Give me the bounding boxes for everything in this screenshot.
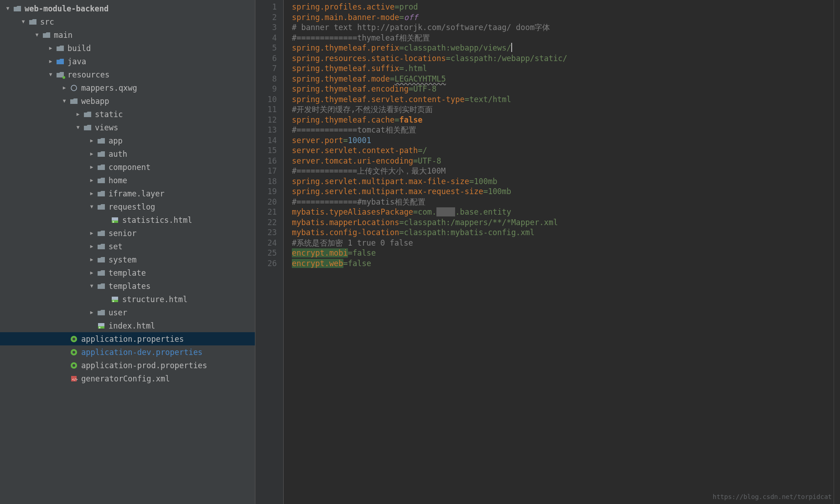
tree-item-system[interactable]: ▶system	[0, 253, 255, 266]
code-line: #=============thymeleaf相关配置	[292, 33, 834, 43]
tree-item-senior[interactable]: ▶senior	[0, 226, 255, 240]
tree-item-views[interactable]: ▼views	[0, 121, 255, 134]
svg-text:H: H	[113, 220, 114, 223]
code-line: spring.thymeleaf.mode=LEGACYHTML5	[292, 74, 834, 84]
chevron-right-icon: ▶	[88, 190, 95, 196]
module-icon	[13, 5, 22, 12]
html-file-icon: H	[110, 216, 119, 224]
tree-label: views	[95, 123, 118, 132]
tree-label: home	[109, 176, 127, 185]
tree-item-iframe-layer[interactable]: ▶iframe.layer	[0, 187, 255, 200]
svg-point-0	[71, 85, 77, 91]
svg-text:H: H	[113, 299, 114, 302]
code-content[interactable]: spring.profiles.active=prod spring.main.…	[284, 0, 834, 504]
svg-point-13	[73, 351, 75, 354]
chevron-right-icon: ▶	[75, 111, 81, 117]
tree-label: resources	[67, 70, 109, 79]
line-number: 16	[255, 156, 277, 166]
tree-label: set	[109, 242, 123, 251]
line-number: 10	[255, 94, 277, 105]
tree-label: app	[109, 136, 123, 145]
tree-item-template[interactable]: ▶template	[0, 266, 255, 279]
line-number: 18	[255, 176, 277, 187]
project-tree[interactable]: ▼web-module-backend ▼src ▼main ▶build ▶j…	[0, 0, 255, 504]
tree-item-application-dev[interactable]: application-dev.properties	[0, 345, 255, 359]
folder-icon	[97, 283, 106, 290]
tree-item-main[interactable]: ▼main	[0, 28, 255, 41]
code-line: spring.servlet.multipart.max-file-size=1…	[292, 176, 834, 187]
code-line: mybatis.mapperLocations=classpath:/mappe…	[292, 217, 834, 228]
tree-item-build[interactable]: ▶build	[0, 41, 255, 55]
code-editor[interactable]: 1 2 3 4 5 6 7 8 9 10 11 12 13 14 15 16 1…	[255, 0, 840, 504]
tree-label: application.properties	[81, 334, 184, 344]
folder-icon	[97, 137, 106, 144]
chevron-right-icon: ▶	[47, 58, 54, 64]
tree-label: component	[109, 163, 150, 172]
line-number: 17	[255, 166, 277, 176]
folder-icon	[83, 111, 92, 118]
chevron-right-icon: ▶	[88, 138, 95, 144]
properties-file-icon	[69, 349, 78, 356]
tree-item-static[interactable]: ▶static	[0, 108, 255, 121]
line-number: 12	[255, 115, 277, 125]
chevron-right-icon: ▶	[88, 230, 95, 236]
tree-item-java[interactable]: ▶java	[0, 55, 255, 68]
line-number: 8	[255, 74, 277, 84]
line-number: 9	[255, 84, 277, 94]
tree-label: main	[54, 31, 73, 40]
editor-scrollbar[interactable]	[834, 0, 840, 504]
tree-label: application-prod.properties	[81, 361, 207, 370]
chevron-down-icon: ▼	[34, 32, 40, 38]
line-number: 5	[255, 43, 277, 53]
line-number: 2	[255, 12, 277, 23]
line-number: 25	[255, 248, 277, 258]
html-file-icon: H	[110, 296, 119, 303]
code-line: spring.main.banner-mode=off	[292, 12, 834, 23]
chevron-down-icon: ▼	[61, 98, 67, 104]
tree-item-auth[interactable]: ▶auth	[0, 147, 255, 160]
chevron-right-icon: ▶	[88, 243, 95, 249]
tree-item-user[interactable]: ▶user	[0, 306, 255, 319]
properties-file-icon	[69, 362, 78, 369]
package-icon	[69, 84, 78, 92]
resources-folder-icon	[56, 71, 65, 78]
folder-icon	[97, 243, 106, 250]
tree-label: system	[109, 255, 136, 264]
cursor	[511, 43, 512, 52]
tree-item-statistics[interactable]: Hstatistics.html	[0, 213, 255, 226]
folder-icon	[83, 124, 92, 131]
code-line: spring.profiles.active=prod	[292, 2, 834, 12]
tree-item-home[interactable]: ▶home	[0, 174, 255, 187]
tree-item-src[interactable]: ▼src	[0, 15, 255, 28]
tree-item-requestlog[interactable]: ▼requestlog	[0, 200, 255, 213]
code-line: encrypt.mobi=false	[292, 248, 834, 258]
tree-item-mappers[interactable]: ▶mappers.qxwg	[0, 81, 255, 94]
tree-label: requestlog	[109, 202, 155, 211]
code-line: # banner text http://patorjk.com/softwar…	[292, 22, 834, 33]
tree-item-app[interactable]: ▶app	[0, 134, 255, 147]
tree-item-resources[interactable]: ▼resources	[0, 68, 255, 81]
code-line: spring.thymeleaf.prefix=classpath:webapp…	[292, 43, 834, 53]
svg-text:</>: </>	[72, 378, 78, 381]
code-line: mybatis.typeAliasesPackage=com.▮▮▮▮.base…	[292, 207, 834, 217]
line-number: 11	[255, 104, 277, 115]
tree-item-application-properties[interactable]: application.properties	[0, 332, 255, 345]
tree-item-structure[interactable]: Hstructure.html	[0, 293, 255, 306]
tree-item-webapp[interactable]: ▼webapp	[0, 94, 255, 108]
tree-item-generator-config[interactable]: </>generatorConfig.xml	[0, 372, 255, 385]
folder-icon	[97, 203, 106, 211]
tree-item-root[interactable]: ▼web-module-backend	[0, 2, 255, 15]
tree-item-templates[interactable]: ▼templates	[0, 279, 255, 293]
tree-item-set[interactable]: ▶set	[0, 240, 255, 253]
svg-point-15	[73, 364, 75, 367]
code-line: #系统是否加密 1 true 0 false	[292, 238, 834, 248]
line-gutter: 1 2 3 4 5 6 7 8 9 10 11 12 13 14 15 16 1…	[255, 0, 284, 504]
tree-item-application-prod[interactable]: application-prod.properties	[0, 359, 255, 372]
chevron-right-icon: ▶	[88, 177, 95, 183]
tree-label: mappers.qxwg	[81, 83, 137, 93]
html-file-icon: H	[97, 322, 106, 329]
tree-item-component[interactable]: ▶component	[0, 160, 255, 174]
folder-icon	[97, 177, 106, 184]
tree-item-index[interactable]: Hindex.html	[0, 319, 255, 332]
tree-label: iframe.layer	[109, 189, 165, 198]
